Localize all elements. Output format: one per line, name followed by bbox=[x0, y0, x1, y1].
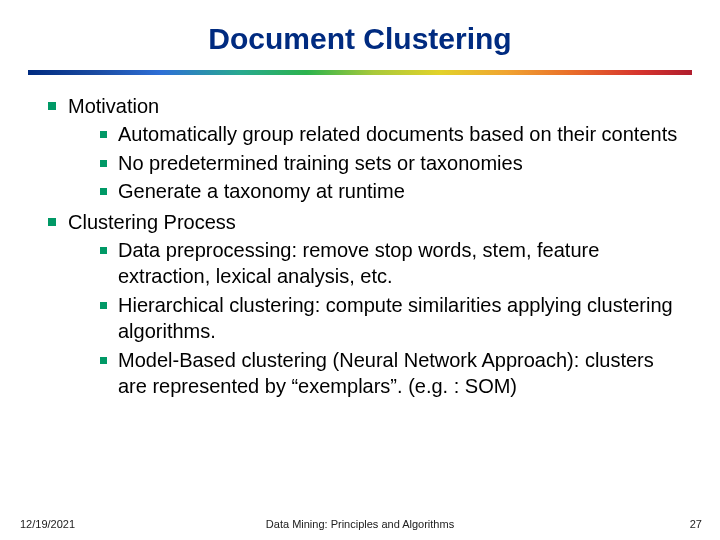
slide: Document Clustering Motivation Automatic… bbox=[0, 0, 720, 540]
slide-title: Document Clustering bbox=[0, 0, 720, 62]
footer-title: Data Mining: Principles and Algorithms bbox=[0, 518, 720, 530]
footer-page-number: 27 bbox=[690, 518, 702, 530]
sub-bullet: Automatically group related documents ba… bbox=[96, 121, 678, 147]
sub-bullet: Model-Based clustering (Neural Network A… bbox=[96, 347, 678, 400]
sub-bullet: Data preprocessing: remove stop words, s… bbox=[96, 237, 678, 290]
bullet-motivation: Motivation Automatically group related d… bbox=[42, 93, 678, 205]
sub-bullet: No predetermined training sets or taxono… bbox=[96, 150, 678, 176]
bullet-process: Clustering Process Data preprocessing: r… bbox=[42, 209, 678, 400]
sub-bullet: Generate a taxonomy at runtime bbox=[96, 178, 678, 204]
slide-content: Motivation Automatically group related d… bbox=[0, 75, 720, 399]
bullet-label: Motivation bbox=[68, 95, 159, 117]
sub-bullet: Hierarchical clustering: compute similar… bbox=[96, 292, 678, 345]
bullet-label: Clustering Process bbox=[68, 211, 236, 233]
slide-footer: 12/19/2021 Data Mining: Principles and A… bbox=[0, 514, 720, 530]
